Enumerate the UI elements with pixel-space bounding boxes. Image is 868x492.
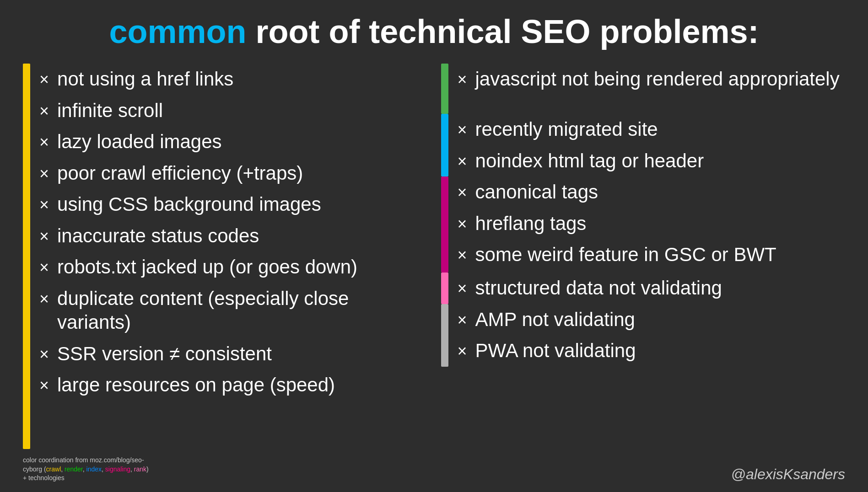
- x-mark-icon: ×: [39, 101, 49, 121]
- right-section-green: × javascript not being rendered appropri…: [441, 64, 846, 114]
- item-text: noindex html tag or header: [475, 149, 845, 173]
- list-item: × using CSS background images: [39, 189, 427, 220]
- item-text: poor crawl efficiency (+traps): [57, 161, 427, 186]
- x-mark-icon: ×: [458, 278, 467, 299]
- page-wrapper: common root of technical SEO problems: ×…: [0, 0, 868, 492]
- right-section-magenta: × canonical tags × hreflang tags × some …: [441, 176, 846, 273]
- right-items-gray: × AMP not validating × PWA not validatin…: [458, 304, 846, 367]
- item-text: lazy loaded images: [57, 130, 427, 154]
- x-mark-icon: ×: [39, 257, 49, 278]
- x-mark-icon: ×: [458, 182, 467, 203]
- right-section-blue: × recently migrated site × noindex html …: [441, 114, 846, 176]
- list-item: × infinite scroll: [39, 95, 427, 127]
- footer-render: render: [65, 465, 83, 473]
- list-item: × lazy loaded images: [39, 126, 427, 158]
- right-items-magenta: × canonical tags × hreflang tags × some …: [458, 176, 846, 271]
- title-rest: root of technical SEO problems:: [246, 13, 759, 50]
- item-text: using CSS background images: [57, 193, 427, 217]
- footer-comma4: ,: [130, 465, 134, 473]
- bar-green: [441, 64, 448, 114]
- x-mark-icon: ×: [39, 289, 49, 309]
- x-mark-icon: ×: [458, 119, 467, 140]
- list-item: × duplicate content (especially close va…: [39, 283, 427, 338]
- list-item: × PWA not validating: [458, 335, 846, 367]
- footer-signaling: signaling: [105, 465, 130, 473]
- footer: color coordination from moz.com/blog/seo…: [23, 454, 845, 483]
- item-text: javascript not being rendered appropriat…: [475, 67, 845, 91]
- footer-rank: rank: [134, 465, 146, 473]
- left-column: × not using a href links × infinite scro…: [23, 64, 441, 449]
- content-area: × not using a href links × infinite scro…: [23, 64, 845, 449]
- footer-handle: @alexisKsanders: [731, 466, 845, 483]
- x-mark-icon: ×: [39, 69, 49, 90]
- right-column: × javascript not being rendered appropri…: [441, 64, 846, 449]
- x-mark-icon: ×: [39, 194, 49, 215]
- x-mark-icon: ×: [39, 344, 49, 364]
- list-item: × poor crawl efficiency (+traps): [39, 158, 427, 189]
- footer-comma1: ,: [61, 465, 65, 473]
- bar-magenta: [441, 176, 448, 273]
- right-section-gray: × AMP not validating × PWA not validatin…: [441, 304, 846, 367]
- footer-left: color coordination from moz.com/blog/seo…: [23, 456, 149, 483]
- right-items-green: × javascript not being rendered appropri…: [458, 64, 846, 95]
- footer-index: index: [86, 465, 102, 473]
- list-item: × not using a href links: [39, 64, 427, 95]
- list-item: × javascript not being rendered appropri…: [458, 64, 846, 95]
- item-text: PWA not validating: [475, 339, 845, 363]
- footer-comma3: ,: [102, 465, 105, 473]
- footer-suffix: ): [146, 465, 149, 473]
- x-mark-icon: ×: [458, 245, 467, 265]
- right-items-blue: × recently migrated site × noindex html …: [458, 114, 846, 176]
- x-mark-icon: ×: [39, 226, 49, 246]
- item-text: duplicate content (especially close vari…: [57, 287, 427, 335]
- title-common: common: [109, 13, 246, 50]
- right-section-pink: × structured data not validating: [441, 273, 846, 304]
- list-item: × structured data not validating: [458, 273, 846, 304]
- page-title: common root of technical SEO problems:: [23, 14, 845, 50]
- right-items-pink: × structured data not validating: [458, 273, 846, 304]
- item-text: canonical tags: [475, 180, 845, 204]
- item-text: inaccurate status codes: [57, 224, 427, 248]
- x-mark-icon: ×: [39, 132, 49, 152]
- item-text: some weird feature in GSC or BWT: [475, 243, 845, 267]
- list-item: × inaccurate status codes: [39, 220, 427, 252]
- item-text: AMP not validating: [475, 308, 845, 332]
- left-items-list: × not using a href links × infinite scro…: [39, 64, 427, 449]
- list-item: × noindex html tag or header: [458, 145, 846, 177]
- list-item: × canonical tags: [458, 176, 846, 208]
- list-item: × hreflang tags: [458, 208, 846, 240]
- item-text: large resources on page (speed): [57, 373, 427, 397]
- list-item: × SSR version ≠ consistent: [39, 338, 427, 370]
- list-item: × some weird feature in GSC or BWT: [458, 239, 846, 271]
- footer-crawl: crawl: [46, 465, 61, 473]
- x-mark-icon: ×: [458, 151, 467, 171]
- item-text: infinite scroll: [57, 99, 427, 123]
- list-item: × AMP not validating: [458, 304, 846, 336]
- item-text: not using a href links: [57, 67, 427, 91]
- list-item: × large resources on page (speed): [39, 369, 427, 401]
- item-text: robots.txt jacked up (or goes down): [57, 255, 427, 279]
- left-color-bar: [23, 64, 30, 449]
- list-item: × robots.txt jacked up (or goes down): [39, 251, 427, 283]
- footer-credit-line2: cyborg (crawl, render, index, signaling,…: [23, 465, 149, 474]
- item-text: recently migrated site: [475, 118, 845, 142]
- item-text: hreflang tags: [475, 212, 845, 236]
- footer-credit-line1: color coordination from moz.com/blog/seo…: [23, 456, 149, 465]
- x-mark-icon: ×: [458, 310, 467, 330]
- list-item: × recently migrated site: [458, 114, 846, 145]
- bar-blue: [441, 114, 448, 176]
- footer-technologies: + technologies: [23, 474, 149, 483]
- x-mark-icon: ×: [458, 341, 467, 361]
- footer-cyborg-prefix: cyborg (: [23, 465, 46, 473]
- x-mark-icon: ×: [458, 214, 467, 234]
- item-text: SSR version ≠ consistent: [57, 342, 427, 366]
- bar-gray: [441, 304, 448, 367]
- x-mark-icon: ×: [39, 375, 49, 396]
- x-mark-icon: ×: [458, 69, 467, 90]
- footer-comma2: ,: [83, 465, 86, 473]
- bar-pink: [441, 273, 448, 304]
- item-text: structured data not validating: [475, 276, 845, 300]
- x-mark-icon: ×: [39, 163, 49, 184]
